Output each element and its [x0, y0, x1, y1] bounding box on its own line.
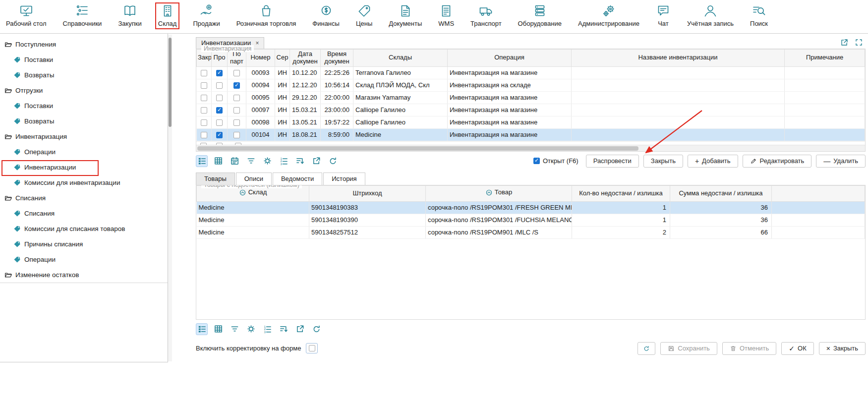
fullscreen-icon[interactable]	[855, 38, 863, 47]
inventory-row-selected[interactable]: 00104 ИН 18.08.21 8:59:00 Medicine Инвен…	[197, 128, 865, 141]
tab-close-icon[interactable]: ×	[255, 40, 259, 47]
delete-button[interactable]: —Удалить	[816, 155, 866, 168]
scrollbar-thumb[interactable]	[169, 38, 172, 127]
nav-search[interactable]: Поиск	[747, 2, 771, 29]
sidebar-item-shipments[interactable]: Отгрузки	[0, 83, 168, 98]
sidebar-scrollbar[interactable]	[168, 35, 172, 361]
close-button[interactable]: ×Закрыть	[819, 342, 866, 355]
col-barcode[interactable]: Штрихкод	[309, 185, 426, 201]
list-view-icon[interactable]	[196, 155, 208, 167]
by-batch-checkbox[interactable]	[233, 119, 240, 126]
sidebar-item-inventory-folder[interactable]: Инвентаризация	[0, 129, 168, 144]
sidebar-item-receipts-returns[interactable]: Возвраты	[0, 67, 168, 83]
nav-wms[interactable]: WMS	[435, 2, 457, 29]
export-icon[interactable]	[310, 155, 322, 167]
sidebar-item-shipments-returns[interactable]: Возвраты	[0, 114, 168, 129]
cancel-button[interactable]: Отменить	[722, 342, 776, 355]
inventory-row[interactable]: 00093 ИН 10.12.20 22:25:26 Terranova Гал…	[197, 66, 865, 79]
nav-documents[interactable]: Документы	[386, 2, 425, 29]
checked-checkbox[interactable]	[216, 119, 223, 126]
nav-prices[interactable]: Цены	[353, 2, 375, 29]
nav-references[interactable]: Справочники	[60, 2, 105, 29]
refresh-button[interactable]	[637, 342, 655, 355]
settings-gear-icon[interactable]	[261, 155, 273, 167]
sidebar-item-writeoffs-folder[interactable]: Списания	[0, 190, 168, 206]
edit-button[interactable]: Редактировать	[743, 155, 812, 168]
tab-goods[interactable]: Товары	[196, 173, 235, 185]
col-note[interactable]: Примечание	[785, 50, 865, 67]
filter-icon[interactable]	[229, 323, 240, 335]
by-batch-checkbox[interactable]	[233, 95, 240, 101]
col-date[interactable]: Дата докумен	[290, 50, 321, 67]
checked-checkbox[interactable]	[216, 82, 223, 89]
open-filter-checkbox[interactable]	[533, 158, 540, 164]
col-shortage-qty[interactable]: Кол-во недостачи / излишка	[572, 185, 670, 201]
inventory-row[interactable]: 00097 ИН 15.03.21 23:00:00 Calliope Гали…	[197, 104, 865, 116]
close-document-button[interactable]: Закрыть	[643, 155, 683, 168]
closed-checkbox[interactable]	[201, 70, 207, 76]
sidebar-item-receipts-supplies[interactable]: Поставки	[0, 52, 168, 67]
closed-checkbox[interactable]	[201, 107, 207, 114]
sidebar-item-inventory-commissions[interactable]: Комиссии для инвентаризации	[0, 175, 168, 190]
col-shortage-sum[interactable]: Сумма недостачи / излишка	[670, 185, 772, 201]
horizontal-scrollbar[interactable]	[196, 145, 865, 151]
closed-checkbox[interactable]	[201, 82, 207, 89]
nav-finance[interactable]: Финансы	[309, 2, 343, 29]
add-button[interactable]: +Добавить	[688, 155, 738, 168]
col-warehouses[interactable]: Склады	[353, 50, 448, 67]
calendar-view-icon[interactable]	[229, 155, 240, 167]
by-batch-checkbox[interactable]	[233, 107, 240, 114]
nav-sales[interactable]: Продажи	[190, 2, 223, 29]
inventory-row[interactable]: 00098 ИН 13.05.21 19:57:22 Calliope Гали…	[197, 116, 865, 128]
closed-checkbox[interactable]	[201, 132, 207, 138]
nav-equipment[interactable]: Оборудование	[515, 2, 565, 29]
list-view-icon[interactable]	[196, 323, 208, 335]
sidebar-item-shipments-supplies[interactable]: Поставки	[0, 98, 168, 114]
by-batch-checkbox[interactable]	[233, 70, 240, 76]
unpost-button[interactable]: Распровести	[586, 155, 639, 168]
scrollbar-thumb[interactable]	[197, 146, 638, 151]
sidebar-item-writeoff-commissions[interactable]: Комиссии для списания товаров	[0, 221, 168, 236]
refresh-icon[interactable]	[310, 323, 322, 335]
nav-desktop[interactable]: Рабочий стол	[3, 2, 50, 29]
col-inventory-name[interactable]: Название инвентаризации	[572, 50, 785, 67]
sidebar-item-inventories[interactable]: Инвентаризации	[0, 160, 168, 175]
export-icon[interactable]	[294, 323, 306, 335]
numbered-list-icon[interactable]	[261, 323, 273, 335]
nav-warehouse[interactable]: Склад	[155, 2, 180, 29]
shortage-row[interactable]: Medicine 5901348190390 сорочка-поло /RS1…	[197, 214, 865, 226]
sort-lines-icon[interactable]	[294, 155, 306, 167]
by-batch-checkbox[interactable]	[233, 132, 240, 138]
refresh-icon[interactable]	[327, 155, 339, 167]
save-button[interactable]: Сохранить	[660, 342, 717, 355]
sidebar-item-writeoff-reasons[interactable]: Причины списания	[0, 236, 168, 252]
tab-lists[interactable]: Описи	[236, 173, 272, 185]
sidebar-item-stock-change[interactable]: Изменение остатков	[0, 267, 168, 283]
correction-checkbox[interactable]	[309, 345, 315, 351]
checked-checkbox[interactable]	[216, 70, 223, 76]
nav-retail[interactable]: Розничная торговля	[233, 2, 299, 29]
nav-transport[interactable]: Транспорт	[467, 2, 505, 29]
closed-checkbox[interactable]	[201, 95, 207, 101]
tab-history[interactable]: История	[323, 173, 365, 185]
tab-statements[interactable]: Ведомости	[273, 173, 322, 185]
shortage-row-selected[interactable]: Medicine 5901348190383 сорочка-поло /RS1…	[197, 201, 865, 214]
col-operation[interactable]: Операция	[448, 50, 572, 67]
nav-purchases[interactable]: Закупки	[115, 2, 144, 29]
table-view-icon[interactable]	[212, 155, 224, 167]
nav-account[interactable]: Учётная запись	[684, 2, 737, 29]
checked-checkbox[interactable]	[216, 95, 223, 101]
sort-lines-icon[interactable]	[278, 323, 289, 335]
col-time[interactable]: Время докумен	[321, 50, 353, 67]
by-batch-checkbox[interactable]	[233, 82, 240, 89]
sidebar-item-inventory-operations[interactable]: Операции	[0, 144, 168, 160]
checked-checkbox[interactable]	[216, 132, 223, 138]
inventory-row[interactable]: 00095 ИН 29.12.20 22:00:00 Магазин Yamam…	[197, 91, 865, 104]
numbered-list-icon[interactable]	[278, 155, 289, 167]
filter-icon[interactable]	[245, 155, 257, 167]
open-in-window-icon[interactable]	[840, 38, 849, 47]
nav-chat[interactable]: Чат	[653, 2, 674, 29]
closed-checkbox[interactable]	[201, 119, 207, 126]
sidebar-item-writeoffs[interactable]: Списания	[0, 206, 168, 221]
sidebar-item-receipts[interactable]: Поступления	[0, 37, 168, 52]
